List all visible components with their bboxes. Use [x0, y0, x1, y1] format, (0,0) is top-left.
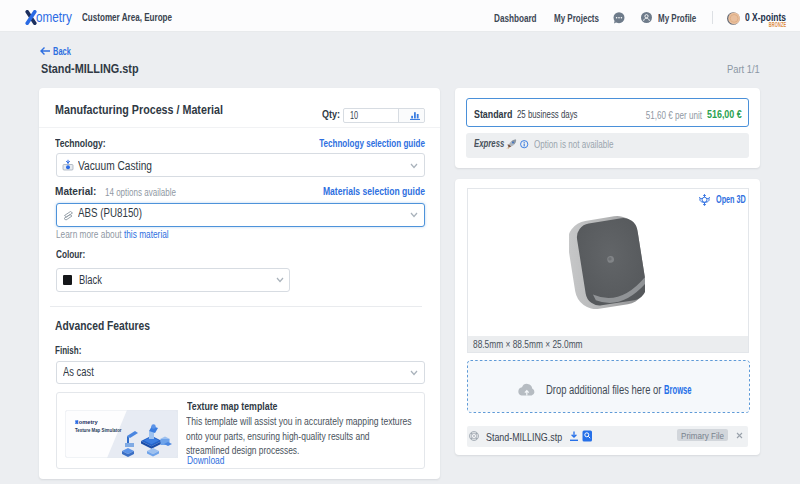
svg-text:Texture Map Simulator: Texture Map Simulator	[75, 428, 122, 433]
svg-text:ometry: ometry	[79, 419, 99, 425]
